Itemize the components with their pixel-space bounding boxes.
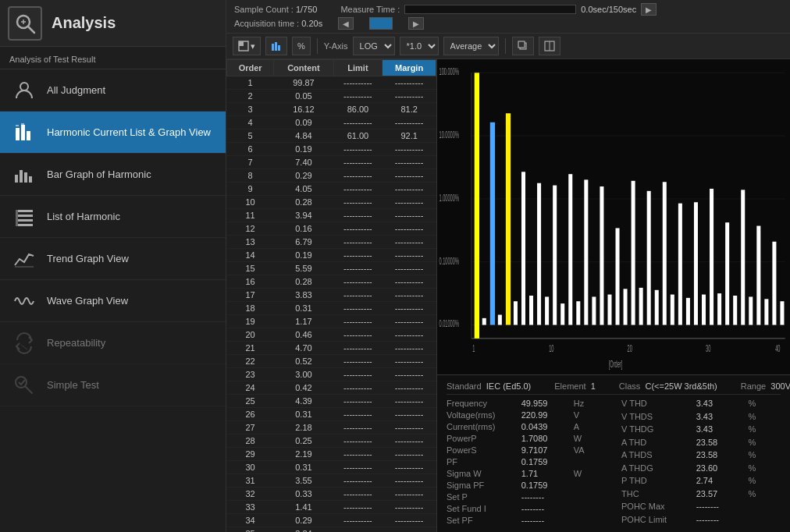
table-row: 3 16.12 86.00 81.2 (227, 103, 436, 116)
table-row: 8 0.29 ---------- ---------- (227, 169, 436, 183)
sidebar-label-harmonic-current: Harmonic Current List & Graph View (47, 126, 211, 138)
info-rval: -------- (696, 514, 744, 527)
right-panel: 100.000% 10.0000% 1.00000% 0.10000% 0.01… (437, 59, 790, 532)
cell-content: 99.87 (274, 76, 333, 90)
cell-content: 3.00 (274, 368, 333, 381)
cell-limit: ---------- (333, 448, 383, 461)
cell-order: 11 (227, 209, 274, 222)
measure-time-track (404, 5, 576, 14)
split-button[interactable] (539, 37, 560, 55)
svg-rect-63 (576, 301, 580, 325)
cell-order: 18 (227, 302, 274, 315)
info-unit (574, 491, 606, 502)
table-row: 14 0.19 ---------- ---------- (227, 249, 436, 262)
table-row: 30 0.31 ---------- ---------- (227, 461, 436, 474)
sidebar-item-wave-graph[interactable]: Wave Graph View (0, 280, 226, 322)
cell-limit: ---------- (333, 434, 383, 448)
average-select[interactable]: Average Peak RMS (443, 37, 499, 55)
cell-margin: ---------- (383, 395, 436, 408)
next-nav-button[interactable]: ▶ (641, 3, 657, 16)
info-val: 0.1759 (521, 480, 569, 491)
info-key: Set Fund I (447, 503, 517, 514)
sidebar-item-list-harmonic[interactable]: List of Harmonic (0, 196, 226, 238)
display-mode-button[interactable]: ▾ (233, 37, 261, 55)
standard-val: IEC (Ed5.0) (486, 381, 531, 392)
sidebar-item-trend-graph[interactable]: Trend Graph View (0, 238, 226, 280)
table-row: 7 7.40 ---------- ---------- (227, 156, 436, 169)
cell-content: 4.39 (274, 395, 333, 408)
svg-rect-76 (678, 204, 682, 325)
svg-rect-25 (275, 42, 277, 51)
prev-sample-button[interactable]: ◀ (338, 17, 354, 30)
cell-limit: ---------- (333, 262, 383, 275)
svg-rect-31 (437, 59, 790, 374)
sidebar-item-bar-graph[interactable]: Bar Graph of Harmonic (0, 154, 226, 196)
table-row: 19 1.17 ---------- ---------- (227, 315, 436, 328)
info-val: -------- (521, 515, 569, 526)
element-val: 1 (591, 381, 596, 392)
next-sample-button[interactable]: ▶ (408, 17, 424, 30)
wave-icon (8, 285, 41, 317)
cell-limit: ---------- (333, 143, 383, 156)
bar-view-button[interactable] (265, 37, 287, 55)
cell-order: 23 (227, 368, 274, 381)
info-key: PowerP (447, 433, 517, 444)
cell-limit: ---------- (333, 328, 383, 342)
cell-content: 3.55 (274, 474, 333, 488)
cell-margin: ---------- (383, 501, 436, 514)
svg-rect-77 (686, 298, 690, 325)
svg-rect-24 (272, 44, 274, 51)
cell-content: 4.70 (274, 342, 333, 355)
y-axis-select[interactable]: LOG LIN (353, 37, 395, 55)
cell-order: 15 (227, 262, 274, 275)
sidebar-item-harmonic-current[interactable]: Harmonic Current List & Graph View (0, 112, 226, 154)
scale-select[interactable]: *1.0 *2.0 *5.0 (400, 37, 439, 55)
cell-margin: ---------- (383, 156, 436, 169)
class-val: C(<=25W 3rd&5th) (645, 381, 717, 392)
svg-rect-9 (21, 123, 24, 125)
svg-rect-68 (616, 228, 620, 325)
cell-order: 28 (227, 434, 274, 448)
info-val: 1.7080 (521, 433, 569, 444)
cell-content: 6.79 (274, 236, 333, 249)
cell-limit: ---------- (333, 209, 383, 222)
col-header-limit: Limit (333, 60, 383, 76)
cell-margin: ---------- (383, 315, 436, 328)
repeat-icon (8, 327, 41, 360)
cell-order: 4 (227, 116, 274, 129)
cell-content: 0.29 (274, 514, 333, 527)
cell-margin: ---------- (383, 514, 436, 527)
percent-button[interactable]: % (292, 37, 311, 55)
cell-margin: ---------- (383, 183, 436, 196)
toolbar-separator-1 (317, 38, 318, 54)
svg-rect-84 (741, 190, 745, 325)
cell-content: 16.12 (274, 103, 333, 116)
info-runit (749, 501, 781, 513)
info-runit: % (749, 475, 781, 488)
measure-time-label: Measure Time : (340, 5, 400, 14)
info-unit: W (574, 433, 606, 444)
svg-rect-81 (717, 293, 721, 325)
svg-rect-71 (639, 288, 643, 325)
svg-rect-28 (518, 41, 525, 48)
sidebar-item-repeatability: Repeatability (0, 322, 226, 364)
table-row: 5 4.84 61.00 92.1 (227, 129, 436, 143)
cell-limit: ---------- (333, 474, 383, 488)
cell-limit: ---------- (333, 461, 383, 474)
sidebar: Analysis Analysis of Test Result All Jud… (0, 0, 226, 532)
cell-order: 7 (227, 156, 274, 169)
app-logo (8, 6, 42, 41)
sidebar-item-all-judgment[interactable]: All Judgment (0, 69, 226, 112)
cell-limit: ---------- (333, 76, 383, 90)
svg-rect-78 (694, 202, 698, 325)
cell-content: 0.52 (274, 355, 333, 368)
copy-button[interactable] (512, 37, 534, 55)
cell-content: 5.59 (274, 262, 333, 275)
cell-margin: ---------- (383, 328, 436, 342)
sidebar-label-list-harmonic: List of Harmonic (47, 211, 120, 222)
sidebar-label-wave-graph: Wave Graph View (47, 295, 128, 307)
col-header-margin[interactable]: Margin (383, 60, 436, 76)
svg-rect-60 (553, 186, 557, 325)
cell-content: 0.19 (274, 143, 333, 156)
main-content: Sample Count : 1/750 Measure Time : 0.0s… (226, 0, 790, 532)
